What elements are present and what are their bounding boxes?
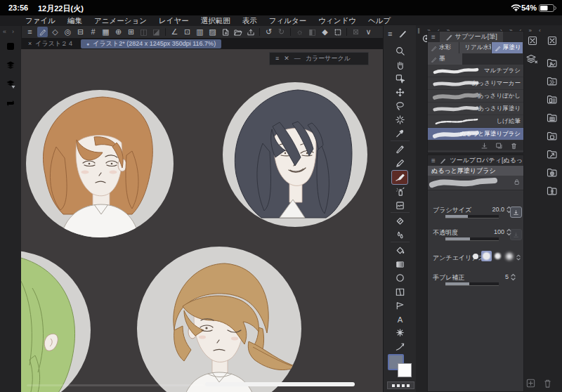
background-color-swatch[interactable]	[398, 363, 412, 377]
subtool-tab-ink[interactable]: 墨	[428, 53, 463, 65]
brush-size-pressure-button[interactable]	[510, 207, 522, 218]
panel-minimize-icon[interactable]: —	[294, 55, 301, 62]
material-web-palette-icon[interactable]	[547, 167, 558, 178]
tab-close-icon[interactable]: ×	[28, 40, 32, 47]
opacity-value[interactable]: 100	[494, 228, 504, 235]
aa-stepper[interactable]	[516, 254, 521, 261]
airbrush-tool[interactable]	[393, 185, 407, 197]
menu-help[interactable]: ヘルプ	[368, 16, 391, 26]
brush-size-value[interactable]: 20.0	[492, 206, 504, 213]
brush-list-item[interactable]: あっさりぼかし	[428, 90, 523, 103]
figure-tool[interactable]	[393, 272, 407, 284]
blend-tool[interactable]	[393, 229, 407, 241]
grid-icon[interactable]: #	[88, 27, 98, 37]
collapse-left-chevron[interactable]: «	[3, 28, 6, 35]
layer-search-palette-icon[interactable]	[5, 79, 16, 90]
material-pose-palette-icon[interactable]	[547, 185, 558, 196]
main-menu-icon[interactable]: ≡	[25, 27, 35, 37]
horizontal-scrollbar[interactable]	[27, 384, 204, 386]
lock-icon[interactable]	[513, 178, 521, 186]
touch-gesture-tool-icon[interactable]	[37, 27, 48, 37]
delete-palette-icon[interactable]	[542, 378, 553, 388]
quick-access-palette-icon[interactable]	[5, 41, 16, 52]
subtool-tab-real-watercolor[interactable]: リアル水彩	[459, 42, 491, 53]
opacity-slider[interactable]	[445, 237, 499, 241]
hide-palette-icon[interactable]	[527, 35, 538, 46]
menu-filter[interactable]: フィルター	[269, 16, 306, 26]
stabilization-value[interactable]: 5	[505, 273, 509, 280]
import-brush-icon[interactable]	[481, 142, 488, 150]
layers-palette-icon[interactable]	[5, 60, 16, 71]
menu-layer[interactable]: レイヤー	[159, 16, 189, 26]
selection-lasso-tool[interactable]	[393, 100, 407, 112]
material-manga-palette-icon[interactable]	[547, 94, 558, 105]
material-download-palette-icon[interactable]	[547, 149, 558, 159]
zoom-tool[interactable]	[393, 45, 407, 57]
swap-palette-icon[interactable]	[5, 98, 16, 109]
modifier-key-icon[interactable]: ◇	[50, 27, 60, 37]
line-correction-tool[interactable]	[393, 341, 407, 353]
ipad-home-indicator[interactable]	[205, 382, 355, 386]
brush-tool-selected[interactable]	[391, 170, 408, 185]
menu-view[interactable]: 表示	[242, 16, 257, 26]
object-tool[interactable]	[393, 72, 407, 84]
menu-selection[interactable]: 選択範囲	[201, 16, 230, 26]
fill-icon[interactable]: ◆	[320, 27, 330, 37]
material-monochrome-pattern-palette-icon[interactable]	[547, 76, 558, 86]
open-file-icon[interactable]	[233, 27, 243, 37]
decoration-tool[interactable]	[393, 200, 407, 211]
window-panel-icon[interactable]: ⊡	[182, 27, 192, 37]
subtool-menu-icon[interactable]: ≡	[431, 33, 436, 41]
pen-tool[interactable]	[393, 143, 407, 155]
aa-option-medium[interactable]	[492, 251, 503, 261]
material-3d-palette-icon[interactable]	[547, 131, 558, 141]
pen-line-icon[interactable]: ∠	[169, 27, 180, 37]
aa-option-strong[interactable]	[504, 251, 514, 261]
new-file-icon[interactable]	[220, 27, 230, 37]
auto-select-wand-tool[interactable]	[393, 114, 407, 126]
subtool-panel-tab[interactable]: サブツール[筆]	[440, 32, 503, 42]
frame-border-tool[interactable]	[393, 286, 407, 298]
close-palette-icon[interactable]	[547, 35, 558, 46]
canvas-viewport[interactable]: ≡ ✕ — カラーサークル	[21, 49, 383, 392]
brush-list-item[interactable]: しげ絵筆	[428, 115, 523, 128]
brush-list-item[interactable]: あっさりマーカー	[428, 77, 523, 90]
subtool-tab-thick-paint-selected[interactable]: 厚塗り	[492, 42, 523, 53]
aa-option-none[interactable]	[470, 251, 481, 261]
layer-property-palette-icon[interactable]	[525, 53, 538, 65]
menu-animation[interactable]: アニメーション	[94, 16, 147, 26]
opacity-pressure-button[interactable]	[510, 229, 522, 240]
pencil-tool[interactable]	[393, 157, 407, 169]
expand-left-chevron[interactable]: ›	[12, 28, 14, 35]
polyline-tool[interactable]	[393, 299, 407, 311]
move-layer-tool[interactable]	[393, 86, 407, 98]
color-circle-floating-panel[interactable]: ≡ ✕ — カラーサークル	[269, 52, 369, 65]
reference-icon[interactable]: ⊟	[75, 27, 86, 37]
subtool-tab-watercolor[interactable]: 水彩	[428, 42, 459, 53]
eraser-tool[interactable]	[393, 215, 407, 227]
snap-icon[interactable]: ⊕	[113, 27, 124, 37]
eyedropper-tool[interactable]	[393, 127, 407, 139]
color-history-bar[interactable]	[387, 381, 414, 389]
selection-launcher-icon[interactable]: ⊞	[126, 27, 136, 37]
text-tool[interactable]: A	[393, 313, 407, 325]
screentone-icon[interactable]: ▨	[207, 27, 218, 37]
menu-window[interactable]: ウィンドウ	[318, 16, 356, 26]
add-palette-icon[interactable]	[525, 378, 536, 388]
canvas-tab-illustration2-active[interactable]: ● イラスト2* (2824 x 1245px 350dpi 116.7%)	[81, 39, 221, 48]
menu-file[interactable]: ファイル	[25, 16, 55, 26]
companion-mode-icon[interactable]: ◎	[63, 27, 73, 37]
transform-icon[interactable]	[332, 27, 343, 37]
fill-tool[interactable]	[393, 244, 407, 256]
stabilization-stepper[interactable]	[511, 273, 516, 281]
canvas-tab-illustration24[interactable]: × イラスト２４	[21, 39, 81, 48]
balloon-flower-tool[interactable]	[393, 327, 407, 339]
aa-option-weak-selected[interactable]	[481, 251, 492, 261]
delete-brush-icon[interactable]	[510, 142, 518, 150]
panel-menu-icon[interactable]: ≡	[275, 55, 279, 62]
panel-close-icon[interactable]: ✕	[284, 55, 289, 62]
material-color-pattern-palette-icon[interactable]	[547, 58, 558, 68]
toolbar-more-chevron-icon[interactable]: ∨	[363, 27, 374, 37]
brush-list-item-selected[interactable]: ぬるっと厚塗りブラシ	[428, 128, 523, 141]
menu-edit[interactable]: 編集	[67, 16, 82, 26]
